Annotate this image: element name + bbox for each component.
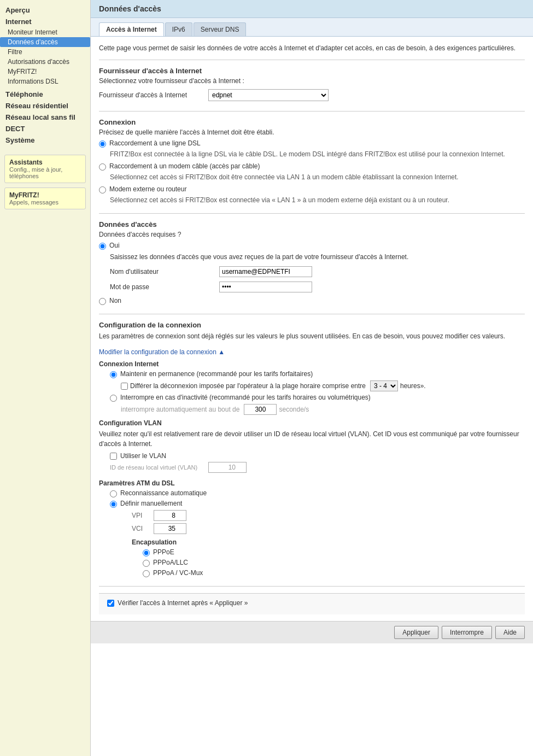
radio-cable-label: Raccordement à un modem câble (accès par… <box>109 162 260 170</box>
radio-interrompre: Interrompre en cas d'inactivité (recomma… <box>110 394 525 402</box>
verify-label: Vérifier l'accès à Internet après « Appl… <box>118 599 248 607</box>
radio-maintenir-input[interactable] <box>110 371 117 378</box>
sidebar-item-informations-dsl[interactable]: Informations DSL <box>0 77 90 86</box>
hours-select[interactable]: 3 - 4 <box>370 380 398 391</box>
vlan-id-input[interactable] <box>208 462 247 473</box>
sidebar-item-myfritz[interactable]: MyFRITZ! <box>0 67 90 77</box>
divider-2 <box>99 111 525 112</box>
radio-modem-externe: Modem externe ou routeur <box>99 185 525 194</box>
connexion-internet-title: Connexion Internet <box>99 360 525 368</box>
fournisseur-row: Fournisseur d'accès à Internet edpnet Au… <box>99 88 525 102</box>
section-connexion: Connexion Précisez de quelle manière l'a… <box>99 118 525 204</box>
sidebar-item-internet[interactable]: Internet <box>0 16 90 27</box>
donnees-acces-subtitle: Données d'accès requises ? <box>99 231 525 238</box>
radio-pppoa-llc-input[interactable] <box>143 560 150 567</box>
radio-dsl-desc: FRITZ!Box est connectée à la ligne DSL v… <box>110 150 525 159</box>
vci-input[interactable] <box>154 523 186 534</box>
fournisseur-select[interactable]: edpnet Autre <box>208 89 329 101</box>
tab-acces-internet[interactable]: Accès à Internet <box>99 22 164 36</box>
vci-label: VCI <box>121 525 154 532</box>
vpi-input[interactable] <box>154 510 186 521</box>
vci-row: VCI <box>121 523 525 534</box>
radio-dsl-input[interactable] <box>99 140 106 148</box>
aide-button[interactable]: Aide <box>495 626 525 639</box>
sidebar-item-apercu[interactable]: Aperçu <box>0 4 90 16</box>
fournisseur-title: Fournisseur d'accès à Internet <box>99 67 525 75</box>
assistants-box[interactable]: Assistants Config., mise à jour, télépho… <box>4 155 86 183</box>
radio-modem-input[interactable] <box>99 186 106 194</box>
assistants-subtitle: Config., mise à jour, téléphones <box>9 166 81 179</box>
fournisseur-subtitle: Sélectionnez votre fournisseur d'accès à… <box>99 77 525 85</box>
radio-modem-desc: Sélectionnez cet accès si FRITZ!Box est … <box>110 196 525 205</box>
vpi-row: VPI <box>121 510 525 521</box>
atm-options: Reconnaissance automatique Définir manue… <box>99 489 525 577</box>
sidebar-item-filtre[interactable]: Filtre <box>0 47 90 57</box>
section-fournisseur: Fournisseur d'accès à Internet Sélection… <box>99 67 525 102</box>
donnees-acces-title: Données d'accès <box>99 220 525 228</box>
username-label: Nom d'utilisateur <box>110 268 219 276</box>
radio-cable: Raccordement à un modem câble (accès par… <box>99 162 525 171</box>
sidebar-item-donnees-acces[interactable]: Données d'accès <box>0 37 90 47</box>
interrompre-button[interactable]: Interrompre <box>442 626 492 639</box>
password-row: Mot de passe <box>110 280 525 294</box>
atm-manual-params: VPI VCI Encapsulation PPPoE <box>110 510 525 577</box>
vlan-desc: Veuillez noter qu'il est relativement ra… <box>99 429 525 449</box>
radio-atm-manual-input[interactable] <box>110 501 117 508</box>
bottom-bar: Vérifier l'accès à Internet après « Appl… <box>99 593 525 614</box>
sidebar-item-systeme[interactable]: Système <box>0 134 90 146</box>
differer-checkbox[interactable] <box>121 383 128 390</box>
radio-pppoe-input[interactable] <box>143 549 150 556</box>
appliquer-button[interactable]: Appliquer <box>394 626 438 639</box>
oui-content: Saisissez les données d'accès que vous a… <box>99 252 525 294</box>
sidebar-item-reseau-local-sans-fil[interactable]: Réseau local sans fil <box>0 112 90 123</box>
tab-ipv6[interactable]: IPv6 <box>165 22 192 36</box>
sidebar-item-moniteur-internet[interactable]: Moniteur Internet <box>0 27 90 37</box>
heures-suffix: heures». <box>400 382 426 390</box>
interrompre-seconds-input[interactable] <box>244 404 277 415</box>
sidebar-item-dect[interactable]: DECT <box>0 123 90 134</box>
radio-pppoe: PPPoE <box>143 548 525 556</box>
vpi-label: VPI <box>121 512 154 519</box>
modifier-config-link[interactable]: Modifier la configuration de la connexio… <box>99 348 225 356</box>
oui-desc: Saisissez les données d'accès que vous a… <box>110 252 525 262</box>
radio-pppoa-vcmux-input[interactable] <box>143 570 150 577</box>
sidebar-item-reseau-residentiel[interactable]: Réseau résidentiel <box>0 100 90 112</box>
myfritz-box-title: MyFRITZ! <box>9 191 81 199</box>
radio-maintenir-label: Maintenir en permanence (recommandé pour… <box>120 370 313 378</box>
radio-interrompre-input[interactable] <box>110 395 117 402</box>
username-input[interactable] <box>219 266 312 277</box>
radio-atm-auto-input[interactable] <box>110 490 117 497</box>
tab-serveur-dns[interactable]: Serveur DNS <box>194 22 247 36</box>
radio-non-label: Non <box>109 297 121 304</box>
radio-atm-manual-label: Définir manuellement <box>120 500 182 507</box>
vlan-checkbox[interactable] <box>110 453 117 460</box>
sidebar-item-autorisations-acces[interactable]: Autorisations d'accès <box>0 57 90 67</box>
radio-pppoa-vcmux-label: PPPoA / VC-Mux <box>153 569 203 577</box>
radio-dsl: Raccordement à une ligne DSL <box>99 139 525 148</box>
radio-pppoe-label: PPPoE <box>153 548 174 556</box>
section-config-connexion: Configuration de la connexion Les paramè… <box>99 321 525 577</box>
interrompre-desc-text: interrompre automatiquement au bout de <box>121 406 239 413</box>
connexion-title: Connexion <box>99 118 525 126</box>
radio-non-input[interactable] <box>99 298 106 305</box>
username-row: Nom d'utilisateur <box>110 265 525 278</box>
connexion-internet-options: Maintenir en permanence (recommandé pour… <box>99 370 525 415</box>
vlan-id-label: ID de réseau local virtuel (VLAN) <box>99 464 208 471</box>
myfritz-box[interactable]: MyFRITZ! Appels, messages <box>4 187 86 209</box>
fournisseur-label: Fournisseur d'accès à Internet <box>99 91 208 99</box>
radio-pppoa-vcmux: PPPoA / VC-Mux <box>143 569 525 577</box>
password-label: Mot de passe <box>110 283 219 291</box>
main-content: Données d'accès Accès à Internet IPv6 Se… <box>90 0 533 756</box>
password-input[interactable] <box>219 282 312 292</box>
buttons-row: Appliquer Interrompre Aide <box>91 621 533 643</box>
radio-non: Non <box>99 297 525 305</box>
radio-cable-input[interactable] <box>99 163 106 171</box>
verify-checkbox[interactable] <box>107 600 114 607</box>
vlan-id-row: ID de réseau local virtuel (VLAN) <box>99 462 525 473</box>
radio-maintenir: Maintenir en permanence (recommandé pour… <box>110 370 525 378</box>
page-description: Cette page vous permet de saisir les don… <box>99 43 525 53</box>
radio-oui-input[interactable] <box>99 243 106 250</box>
sidebar-item-telephonie[interactable]: Téléphonie <box>0 89 90 100</box>
config-connexion-title: Configuration de la connexion <box>99 321 525 329</box>
radio-atm-auto-label: Reconnaissance automatique <box>120 489 207 497</box>
